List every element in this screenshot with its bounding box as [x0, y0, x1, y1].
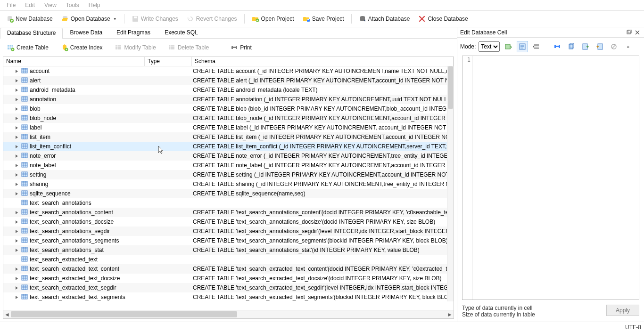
indent-icon[interactable]	[531, 41, 542, 52]
mode-select[interactable]: Text	[479, 41, 500, 52]
print-cell-icon[interactable]	[552, 41, 563, 52]
expand-icon[interactable]	[14, 68, 19, 74]
expand-icon[interactable]	[14, 115, 19, 121]
tree-row[interactable]: alertCREATE TABLE alert (_id INTEGER PRI…	[3, 76, 448, 85]
svg-rect-32	[22, 153, 27, 158]
menu-view[interactable]: View	[40, 1, 61, 9]
tree-row[interactable]: text_search_annotations_segmentsCREATE T…	[3, 236, 448, 245]
tree-header-name[interactable]: Name	[3, 57, 145, 66]
apply-button[interactable]: Apply	[606, 305, 639, 316]
menu-file[interactable]: File	[2, 1, 20, 9]
expand-icon[interactable]	[14, 228, 19, 234]
tree-row[interactable]: android_metadataCREATE TABLE android_met…	[3, 85, 448, 95]
copy-cell-icon[interactable]	[566, 41, 577, 52]
import-icon[interactable]	[503, 41, 514, 52]
expand-icon[interactable]	[14, 191, 19, 196]
expand-icon[interactable]	[14, 181, 19, 187]
tree-row[interactable]: text_search_extracted_text	[3, 255, 448, 264]
table-name: text_search_extracted_text_content	[30, 266, 119, 272]
expand-icon[interactable]	[14, 78, 19, 83]
tree-row[interactable]: text_search_annotations_segdirCREATE TAB…	[3, 227, 448, 236]
tree-row[interactable]: labelCREATE TABLE label (_id INTEGER PRI…	[3, 123, 448, 132]
expand-icon[interactable]	[14, 144, 19, 149]
expand-icon[interactable]	[14, 294, 19, 300]
tab-database-structure[interactable]: Database Structure	[0, 28, 63, 39]
scrollbar-thumb[interactable]	[448, 66, 453, 109]
tree-row[interactable]: blobCREATE TABLE blob (blob_id INTEGER P…	[3, 104, 448, 113]
open-database-button[interactable]: Open Database ▼	[57, 13, 121, 25]
attach-database-button[interactable]: Attach Database	[355, 13, 414, 25]
svg-rect-42	[22, 247, 27, 252]
tree-row[interactable]: text_search_extracted_text_docsizeCREATE…	[3, 274, 448, 283]
table-schema: CREATE TABLE sharing (_id INTEGER PRIMAR…	[192, 181, 448, 187]
new-database-button[interactable]: New Database	[2, 13, 57, 25]
close-database-button[interactable]: Close Database	[414, 13, 472, 25]
svg-rect-18	[116, 45, 121, 49]
tree-header-type[interactable]: Type	[145, 57, 192, 66]
tree-row[interactable]: text_search_annotations_statCREATE TABLE…	[3, 245, 448, 255]
open-project-button[interactable]: Open Project	[248, 13, 298, 25]
cell-editor[interactable]: 1	[462, 56, 639, 300]
create-index-button[interactable]: Create Index	[57, 41, 107, 54]
expand-icon[interactable]	[14, 285, 19, 291]
open-database-dropdown-icon[interactable]: ▼	[113, 17, 117, 21]
tab-browse-data[interactable]: Browse Data	[63, 27, 109, 38]
create-table-button[interactable]: Create Table	[3, 41, 53, 54]
tree-row[interactable]: list_itemCREATE TABLE list_item (_id INT…	[3, 132, 448, 142]
expand-icon[interactable]	[14, 172, 19, 178]
tree-row[interactable]: text_search_annotations_docsizeCREATE TA…	[3, 217, 448, 227]
tree-row[interactable]: text_search_annotations_contentCREATE TA…	[3, 208, 448, 217]
svg-rect-44	[22, 266, 27, 271]
text-mode-icon[interactable]	[517, 41, 528, 52]
expand-icon[interactable]	[14, 210, 19, 215]
print-button[interactable]: Print	[226, 41, 256, 54]
table-schema: CREATE TABLE 'text_search_extracted_text…	[192, 275, 448, 282]
import-cell-icon[interactable]	[594, 41, 605, 52]
expand-icon[interactable]	[14, 266, 19, 272]
tab-edit-pragmas[interactable]: Edit Pragmas	[109, 27, 157, 38]
tree-row[interactable]: annotationCREATE TABLE annotation (_id I…	[3, 95, 448, 104]
tree-row[interactable]: note_errorCREATE TABLE note_error (_id I…	[3, 151, 448, 161]
expand-icon[interactable]	[14, 238, 19, 243]
scroll-right-icon[interactable]: ►	[446, 311, 454, 318]
scroll-left-icon[interactable]: ◄	[3, 311, 11, 318]
expand-icon[interactable]	[14, 247, 19, 253]
tree-row[interactable]: text_search_extracted_text_segdirCREATE …	[3, 283, 448, 292]
menu-tools[interactable]: Tools	[61, 1, 84, 9]
tree-row[interactable]: blob_nodeCREATE TABLE blob_node (_id INT…	[3, 113, 448, 123]
menu-edit[interactable]: Edit	[20, 1, 40, 9]
save-project-button[interactable]: Save Project	[298, 13, 348, 25]
tree-vertical-scrollbar[interactable]	[447, 66, 454, 301]
svg-rect-37	[22, 200, 27, 205]
null-cell-icon[interactable]	[608, 41, 619, 52]
expand-icon[interactable]	[14, 106, 19, 112]
expand-icon[interactable]	[14, 97, 19, 102]
menu-help[interactable]: Help	[84, 1, 105, 9]
export-cell-icon[interactable]	[580, 41, 591, 52]
table-schema: CREATE TABLE annotation (_id INTEGER PRI…	[192, 96, 448, 103]
tree-row[interactable]: sqlite_sequenceCREATE TABLE sqlite_seque…	[3, 189, 448, 198]
tree-row[interactable]: note_labelCREATE TABLE note_label (_id I…	[3, 161, 448, 170]
tree-header-schema[interactable]: Schema	[192, 57, 454, 66]
tree-row[interactable]: sharingCREATE TABLE sharing (_id INTEGER…	[3, 179, 448, 189]
tree-row[interactable]: text_search_extracted_text_contentCREATE…	[3, 264, 448, 274]
panel-overflow-icon[interactable]: »	[622, 41, 634, 52]
tree-row[interactable]: text_search_annotations	[3, 198, 448, 208]
tree-row[interactable]: accountCREATE TABLE account (_id INTEGER…	[3, 66, 448, 76]
tree-row[interactable]: text_search_extracted_text_segmentsCREAT…	[3, 292, 448, 302]
tree-row[interactable]: settingCREATE TABLE setting (_id INTEGER…	[3, 170, 448, 179]
expand-icon[interactable]	[14, 275, 19, 281]
expand-icon[interactable]	[14, 162, 19, 168]
expand-icon[interactable]	[14, 125, 19, 130]
tree-horizontal-scrollbar[interactable]: ◄ ►	[3, 310, 454, 318]
expand-icon[interactable]	[14, 134, 19, 140]
save-project-icon	[303, 15, 310, 23]
expand-icon[interactable]	[14, 219, 19, 225]
tab-execute-sql[interactable]: Execute SQL	[157, 27, 205, 38]
panel-float-icon[interactable]	[625, 29, 633, 36]
tree-row[interactable]: list_item_conflictCREATE TABLE list_item…	[3, 142, 448, 151]
expand-icon[interactable]	[14, 87, 19, 93]
panel-close-icon[interactable]	[634, 29, 641, 36]
expand-icon[interactable]	[14, 153, 19, 159]
scrollbar-thumb[interactable]	[11, 311, 237, 317]
